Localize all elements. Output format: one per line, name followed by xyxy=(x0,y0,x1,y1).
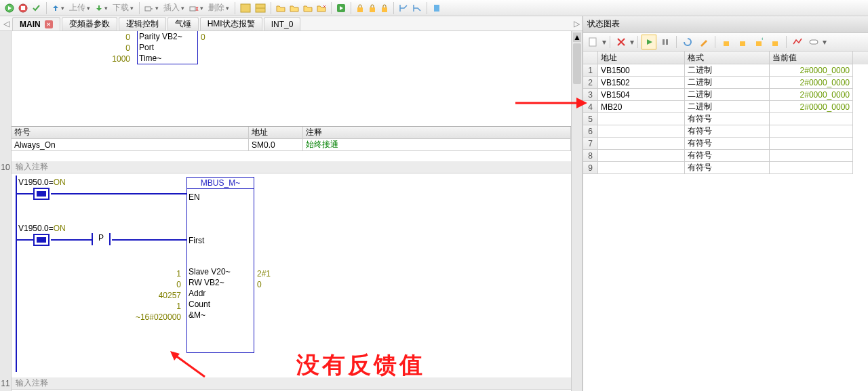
monitor-pause-icon[interactable] xyxy=(658,35,673,49)
symbol-table: 符号 地址 注释 Always_On SM0.0 始终接通 xyxy=(12,126,571,151)
tool-icon-2[interactable] xyxy=(253,3,268,14)
col-comment: 注释 xyxy=(303,127,571,139)
delete-button[interactable]: 删除 xyxy=(205,1,232,14)
insert-button[interactable]: 插入 xyxy=(161,1,187,14)
col-format: 格式 xyxy=(685,52,770,64)
lock-plus-icon[interactable]: + xyxy=(751,35,766,49)
upload-button[interactable]: 上传 xyxy=(66,1,93,14)
main-toolbar: 上传 下载 插入 删除 xyxy=(0,0,868,16)
svg-rect-25 xyxy=(740,41,745,46)
tab-hmi-alarm[interactable]: HMI状态报警 xyxy=(200,17,262,30)
branch-down-icon[interactable] xyxy=(410,3,424,14)
svg-rect-19 xyxy=(589,38,596,46)
table-row[interactable]: 1 VB1500 二进制 2#0000_0000 xyxy=(583,64,868,77)
delete-row-icon[interactable] xyxy=(614,35,629,49)
lock-icon-b[interactable] xyxy=(735,35,750,49)
svg-marker-18 xyxy=(170,351,180,361)
table-row[interactable]: 7 有符号 xyxy=(583,138,868,150)
branch-icon[interactable] xyxy=(397,3,410,14)
table-row[interactable]: 5 有符号 xyxy=(583,113,868,125)
svg-rect-29 xyxy=(810,40,818,44)
contact-1[interactable] xyxy=(33,188,50,200)
var-label: V1950.0=ON xyxy=(18,178,66,187)
network-number-11: 11 xyxy=(0,379,11,388)
edit-icon[interactable] xyxy=(696,35,711,49)
svg-rect-26 xyxy=(756,41,762,46)
table-row[interactable]: 4 MB20 二进制 2#0000_0000 xyxy=(583,101,868,113)
svg-rect-3 xyxy=(145,7,151,11)
tab-hammer[interactable]: 气锤 xyxy=(167,17,199,30)
tab-int0[interactable]: INT_0 xyxy=(264,17,301,30)
col-address: 地址 xyxy=(598,52,685,64)
upload-icon[interactable] xyxy=(50,3,66,13)
download-icon[interactable] xyxy=(93,3,110,13)
status-chart-toolbar: ▾ ▾ + ▾ xyxy=(583,33,868,52)
svg-rect-15 xyxy=(382,7,387,12)
network-number-10: 10 xyxy=(0,163,11,172)
download-button[interactable]: 下载 xyxy=(110,1,136,14)
tool-icon-1[interactable] xyxy=(238,3,253,14)
folder-icon-3[interactable] xyxy=(301,3,315,13)
svg-rect-23 xyxy=(666,39,668,45)
tab-logic[interactable]: 逻辑控制 xyxy=(119,17,166,30)
positive-edge[interactable]: P xyxy=(92,233,111,245)
lock-icon-3[interactable] xyxy=(378,3,391,14)
insert-icon[interactable] xyxy=(142,3,161,13)
table-row[interactable]: Always_On SM0.0 始终接通 xyxy=(12,139,571,151)
network-comment-10[interactable]: 输入注释 xyxy=(12,161,571,173)
col-symbol: 符号 xyxy=(12,127,249,139)
new-icon[interactable] xyxy=(586,35,601,49)
annotation-arrow-2 xyxy=(514,89,589,114)
folder-icon-2[interactable] xyxy=(288,3,301,13)
ladder-editor[interactable]: 10 11 ▲ Parity VB2~ Port Time~ 0 0 0 100… xyxy=(0,31,583,391)
run-icon[interactable] xyxy=(3,3,16,14)
lock-x-icon[interactable] xyxy=(768,35,783,49)
svg-rect-28 xyxy=(772,41,778,46)
contact-2[interactable] xyxy=(33,234,50,246)
bookmark-icon[interactable] xyxy=(430,3,443,14)
tab-scroll-left[interactable]: ◁ xyxy=(0,17,12,30)
power-rail xyxy=(16,176,17,372)
stop-icon[interactable] xyxy=(16,3,30,14)
tab-inverter[interactable]: 变频器参数 xyxy=(62,17,117,30)
table-row[interactable]: 6 有符号 xyxy=(583,125,868,138)
svg-rect-13 xyxy=(357,7,363,12)
table-row[interactable]: 8 有符号 xyxy=(583,150,868,162)
monitor-run-icon[interactable] xyxy=(642,35,656,49)
folder-x-icon[interactable] xyxy=(315,3,328,13)
close-icon[interactable]: × xyxy=(45,20,53,28)
col-value: 当前值 xyxy=(770,52,853,64)
svg-line-17 xyxy=(173,354,205,377)
svg-rect-14 xyxy=(370,7,375,12)
trend-icon[interactable] xyxy=(790,35,805,49)
tab-main[interactable]: MAIN× xyxy=(12,17,60,30)
svg-rect-24 xyxy=(724,41,729,46)
col-address: 地址 xyxy=(249,127,303,139)
svg-rect-4 xyxy=(190,7,195,11)
delete-icon[interactable] xyxy=(187,3,205,13)
refresh-icon[interactable] xyxy=(680,35,695,49)
function-block-mbus[interactable]: MBUS_M~ EN First Slave V20~ RW VB2~ Addr… xyxy=(186,177,254,353)
vertical-scrollbar[interactable]: ▲ xyxy=(571,31,583,391)
lock-icon-2[interactable] xyxy=(366,3,378,14)
lock-icon-1[interactable] xyxy=(354,3,366,14)
check-icon[interactable] xyxy=(30,3,43,14)
network-comment-11[interactable]: 输入注释 xyxy=(12,377,571,390)
lock-icon[interactable] xyxy=(719,35,734,49)
tab-scroll-right[interactable]: ▷ xyxy=(570,17,583,30)
tag-icon[interactable] xyxy=(806,35,821,49)
annotation-arrow-1 xyxy=(167,350,208,379)
table-row[interactable]: 2 VB1502 二进制 2#0000_0000 xyxy=(583,77,868,89)
svg-rect-22 xyxy=(663,39,665,45)
svg-rect-7 xyxy=(241,4,250,12)
function-block-top[interactable]: Parity VB2~ Port Time~ xyxy=(137,31,198,64)
table-row[interactable]: 3 VB1504 二进制 2#0000_0000 xyxy=(583,89,868,101)
go-icon[interactable] xyxy=(334,3,348,14)
var-label: V1950.0=ON xyxy=(18,224,66,233)
folder-open-icon[interactable] xyxy=(274,3,288,13)
status-chart-title: 状态图表 xyxy=(583,16,868,33)
svg-rect-2 xyxy=(21,6,25,10)
svg-text:+: + xyxy=(761,37,763,42)
table-row[interactable]: 9 有符号 xyxy=(583,162,868,174)
svg-marker-31 xyxy=(576,98,587,108)
